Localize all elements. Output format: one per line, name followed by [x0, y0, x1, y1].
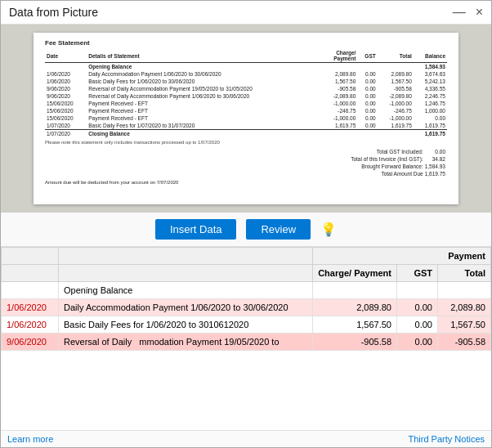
- doc-row-4: 9/06/2020 Reversal of Daily Accommodatio…: [45, 92, 447, 100]
- title-bar-controls: — ×: [453, 6, 483, 19]
- main-window: Data from Picture — × Fee Statement Date…: [0, 0, 492, 448]
- doc-col-gst: GST: [357, 49, 377, 63]
- data-section[interactable]: Payment Charge/ Payment GST Total Openin…: [1, 247, 491, 430]
- col-header-payment: Payment: [313, 248, 491, 265]
- table-row: 1/06/2020 Basic Daily Fees for 1/06/2020…: [2, 316, 491, 334]
- cell-gst: 0.00: [397, 334, 438, 351]
- doc-heading: Fee Statement: [45, 39, 447, 47]
- doc-row-5: 15/06/2020 Payment Received - EFT -1,000…: [45, 100, 447, 107]
- cell-date: 1/06/2020: [2, 299, 59, 316]
- doc-col-details: Details of Statement: [87, 49, 321, 63]
- cell-details: Daily Accommodation Payment 1/06/2020 to…: [59, 299, 313, 316]
- document-image-section: Fee Statement Date Details of Statement …: [1, 25, 491, 213]
- col-subheader-total: Total: [438, 265, 491, 282]
- doc-paper: Fee Statement Date Details of Statement …: [34, 33, 458, 204]
- cell-charge: 1,567.50: [313, 316, 397, 334]
- doc-deduct-note: Amount due will be deducted from your ac…: [45, 180, 447, 185]
- window-title: Data from Picture: [9, 6, 98, 19]
- doc-col-charge: Charge/Payment: [321, 49, 357, 63]
- cell-date: 9/06/2020: [2, 334, 59, 351]
- table-row: 9/06/2020 Reversal of Daily mmodation Pa…: [2, 334, 491, 351]
- table-row: 1/06/2020 Daily Accommodation Payment 1/…: [2, 299, 491, 316]
- footer: Learn more Third Party Notices: [1, 430, 491, 447]
- cell-gst: 0.00: [397, 299, 438, 316]
- data-table: Payment Charge/ Payment GST Total Openin…: [1, 247, 491, 351]
- doc-summary: Total GST Included:0.00 Total of this In…: [349, 147, 447, 178]
- document-image: Fee Statement Date Details of Statement …: [1, 25, 491, 213]
- cell-details: Reversal of Daily mmodation Payment 19/0…: [59, 334, 313, 351]
- minimize-button[interactable]: —: [453, 6, 466, 19]
- table-header-row: Payment: [2, 248, 491, 265]
- col-header-details: [59, 248, 313, 265]
- table-subheader-row: Charge/ Payment GST Total: [2, 265, 491, 282]
- toolbar: Insert Data Review 💡: [1, 213, 491, 247]
- doc-row-7: 15/06/2020 Payment Received - EFT -1,000…: [45, 114, 447, 122]
- col-header-date: [2, 248, 59, 265]
- title-bar: Data from Picture — ×: [1, 1, 491, 25]
- cell-total: [438, 282, 491, 299]
- lightbulb-icon[interactable]: 💡: [320, 222, 337, 237]
- table-row: Opening Balance: [2, 282, 491, 299]
- doc-row-closing: 1/07/2020 Closing Balance 1,619.75: [45, 130, 447, 138]
- doc-row-opening: Opening Balance 1,584.93: [45, 63, 447, 71]
- doc-table: Date Details of Statement Charge/Payment…: [45, 49, 447, 137]
- doc-row-2: 1/06/2020 Basic Daily Fees for 1/06/2020…: [45, 78, 447, 85]
- cell-date: [2, 282, 59, 299]
- learn-more-link[interactable]: Learn more: [7, 434, 53, 444]
- cell-total: -905.58: [438, 334, 491, 351]
- doc-note: Please note this statement only includes…: [45, 140, 447, 145]
- doc-row-1: 1/06/2020 Daily Accommodation Payment 1/…: [45, 70, 447, 78]
- cell-details: Basic Daily Fees for 1/06/2020 to 301061…: [59, 316, 313, 334]
- cell-gst: [397, 282, 438, 299]
- doc-row-3: 9/06/2020 Reversal of Daily Accommodatio…: [45, 85, 447, 92]
- cell-total: 1,567.50: [438, 316, 491, 334]
- cell-total: 2,089.80: [438, 299, 491, 316]
- doc-row-8: 1/07/2020 Basic Daily Fees for 1/07/2020…: [45, 122, 447, 130]
- doc-col-balance: Balance: [414, 49, 447, 63]
- insert-data-button[interactable]: Insert Data: [155, 219, 237, 240]
- third-party-link[interactable]: Third Party Notices: [408, 434, 485, 444]
- cell-details: Opening Balance: [59, 282, 313, 299]
- cell-date: 1/06/2020: [2, 316, 59, 334]
- doc-col-date: Date: [45, 49, 87, 63]
- doc-row-6: 15/06/2020 Payment Received - EFT -246.7…: [45, 107, 447, 114]
- col-subheader-date: [2, 265, 59, 282]
- cell-charge: 2,089.80: [313, 299, 397, 316]
- col-subheader-details: [59, 265, 313, 282]
- col-subheader-gst: GST: [397, 265, 438, 282]
- cell-charge: [313, 282, 397, 299]
- col-subheader-charge: Charge/ Payment: [313, 265, 397, 282]
- cell-gst: 0.00: [397, 316, 438, 334]
- cell-charge: -905.58: [313, 334, 397, 351]
- close-button[interactable]: ×: [476, 6, 483, 19]
- review-button[interactable]: Review: [246, 219, 311, 240]
- doc-col-total: Total: [378, 49, 414, 63]
